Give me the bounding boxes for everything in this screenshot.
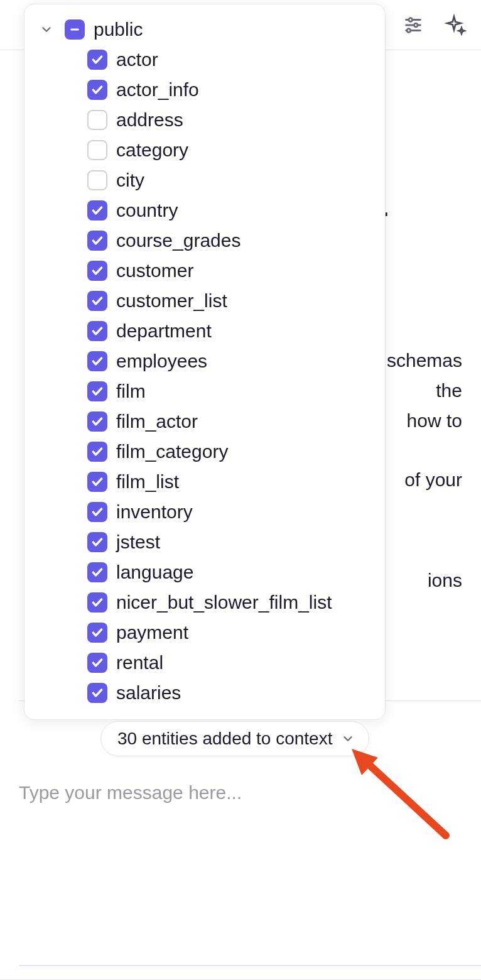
checkbox-checked[interactable]: [87, 50, 107, 70]
tree-item-row[interactable]: customer_list: [24, 286, 385, 316]
checkbox-checked[interactable]: [87, 261, 107, 281]
tree-item-row[interactable]: film: [24, 376, 385, 406]
tree-item-label: customer: [116, 260, 193, 281]
tree-item-label: salaries: [116, 682, 181, 704]
settings-sliders-icon[interactable]: [401, 13, 426, 38]
tree-item-row[interactable]: employees: [24, 346, 385, 376]
tree-item-label: film_category: [116, 441, 228, 462]
tree-item-row[interactable]: nicer_but_slower_film_list: [24, 587, 385, 618]
checkbox-checked[interactable]: [87, 472, 107, 492]
checkbox-checked[interactable]: [87, 291, 107, 311]
checkbox-checked[interactable]: [87, 442, 107, 462]
checkbox-checked[interactable]: [87, 321, 107, 341]
tree-item-row[interactable]: course_grades: [24, 226, 385, 256]
tree-item-row[interactable]: language: [24, 557, 385, 587]
tree-item-label: customer_list: [116, 290, 227, 312]
tree-item-label: department: [116, 320, 212, 342]
tree-item-label: film: [116, 381, 146, 402]
checkbox-checked[interactable]: [87, 623, 107, 643]
tree-item-label: language: [116, 562, 193, 583]
tree-root-label: public: [94, 19, 143, 40]
checkbox-checked[interactable]: [87, 562, 107, 582]
checkbox-unchecked[interactable]: [87, 140, 107, 160]
tree-item-row[interactable]: category: [24, 135, 385, 165]
tree-item-label: jstest: [116, 531, 160, 553]
sparkle-icon[interactable]: [443, 13, 468, 38]
tree-item-row[interactable]: jstest: [24, 527, 385, 557]
tree-item-row[interactable]: address: [24, 105, 385, 135]
checkbox-checked[interactable]: [87, 381, 107, 401]
tree-item-row[interactable]: customer: [24, 256, 385, 286]
divider: [19, 965, 481, 966]
checkbox-unchecked[interactable]: [87, 110, 107, 130]
schema-tree-popup: public actoractor_infoaddresscategorycit…: [24, 4, 386, 720]
tree-item-row[interactable]: department: [24, 316, 385, 346]
tree-item-label: nicer_but_slower_film_list: [116, 592, 332, 613]
tree-item-row[interactable]: payment: [24, 618, 385, 648]
tree-item-label: rental: [116, 652, 163, 673]
checkbox-checked[interactable]: [87, 411, 107, 432]
tree-item-label: actor: [116, 49, 158, 70]
tree-item-label: inventory: [116, 501, 193, 523]
svg-point-5: [407, 28, 411, 32]
tree-item-row[interactable]: inventory: [24, 497, 385, 527]
context-entities-pill[interactable]: 30 entities added to context: [100, 721, 369, 756]
checkbox-checked[interactable]: [87, 351, 107, 371]
checkbox-checked[interactable]: [87, 80, 107, 100]
tree-item-row[interactable]: actor_info: [24, 75, 385, 105]
tree-item-label: category: [116, 139, 188, 161]
tree-item-label: country: [116, 200, 178, 221]
tree-item-label: payment: [116, 622, 188, 643]
tree-item-label: course_grades: [116, 230, 240, 251]
checkbox-checked[interactable]: [87, 592, 107, 612]
tree-item-row[interactable]: film_list: [24, 467, 385, 497]
tree-item-row[interactable]: rental: [24, 648, 385, 678]
tree-item-label: city: [116, 170, 144, 191]
tree-item-label: actor_info: [116, 79, 199, 101]
checkbox-checked[interactable]: [87, 683, 107, 703]
message-input[interactable]: [19, 782, 462, 803]
tree-item-label: employees: [116, 351, 207, 372]
svg-point-3: [414, 23, 418, 27]
checkbox-unchecked[interactable]: [87, 170, 107, 190]
tree-item-label: film_actor: [116, 411, 198, 432]
message-input-area[interactable]: [0, 763, 481, 980]
checkbox-checked[interactable]: [87, 653, 107, 673]
tree-item-row[interactable]: city: [24, 165, 385, 195]
tree-root-row[interactable]: public: [24, 14, 385, 45]
checkbox-checked[interactable]: [87, 231, 107, 251]
tree-item-row[interactable]: film_category: [24, 437, 385, 467]
tree-item-row[interactable]: salaries: [24, 678, 385, 708]
svg-point-1: [409, 18, 413, 21]
checkbox-indeterminate[interactable]: [65, 19, 85, 40]
tree-item-row[interactable]: country: [24, 195, 385, 226]
tree-item-label: address: [116, 109, 183, 131]
checkbox-checked[interactable]: [87, 532, 107, 552]
checkbox-checked[interactable]: [87, 200, 107, 220]
tree-item-row[interactable]: film_actor: [24, 406, 385, 437]
tree-item-row[interactable]: actor: [24, 45, 385, 75]
context-pill-label: 30 entities added to context: [117, 729, 332, 749]
checkbox-checked[interactable]: [87, 502, 107, 522]
chevron-down-icon: [341, 732, 355, 746]
chevron-down-icon[interactable]: [37, 20, 56, 39]
tree-item-label: film_list: [116, 471, 179, 493]
